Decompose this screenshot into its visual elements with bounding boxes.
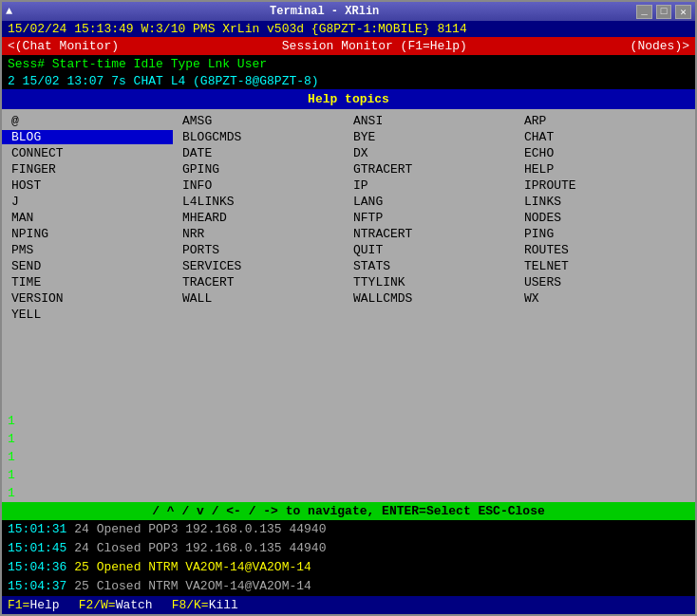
help-item[interactable] xyxy=(173,308,344,322)
help-item[interactable]: BYE xyxy=(344,130,515,144)
help-row: BLOGBLOGCMDSBYECHAT xyxy=(2,129,695,145)
fn-key: F2/W= xyxy=(79,598,116,612)
window-controls[interactable]: _ □ ✕ xyxy=(636,5,691,19)
help-row: YELL xyxy=(2,307,695,323)
nav-hint: / ^ / v / <- / -> to navigate, ENTER=Sel… xyxy=(2,502,695,520)
nav-right[interactable]: (Nodes)> xyxy=(631,39,689,53)
help-item[interactable]: ECHO xyxy=(515,146,686,160)
minimize-button[interactable]: _ xyxy=(636,5,652,19)
help-item[interactable]: USERS xyxy=(515,275,686,289)
help-item[interactable]: CONNECT xyxy=(2,146,173,160)
help-item[interactable]: ARP xyxy=(515,114,686,128)
nav-bar: <(Chat Monitor) Session Monitor (F1=Help… xyxy=(2,37,695,55)
help-item[interactable]: PING xyxy=(515,227,686,241)
help-item[interactable]: J xyxy=(2,195,173,209)
help-item[interactable]: TIME xyxy=(2,275,173,289)
log-line: 15:01:45 24 Closed POP3 192.168.0.135 44… xyxy=(2,539,695,558)
fn-label: Help xyxy=(29,598,59,612)
title-bar: ▲ Terminal - XRlin _ □ ✕ xyxy=(2,2,695,21)
help-item[interactable]: BLOGCMDS xyxy=(173,130,344,144)
help-row: @AMSGANSIARP xyxy=(2,113,695,129)
help-row: TIMETRACERTTTYLINKUSERS xyxy=(2,274,695,290)
help-item[interactable]: WALL xyxy=(173,291,344,306)
help-row: SENDSERVICESSTATSTELNET xyxy=(2,258,695,274)
help-item[interactable]: SERVICES xyxy=(173,259,344,273)
help-item[interactable]: YELL xyxy=(2,308,173,322)
fn-label: Watch xyxy=(116,598,153,612)
close-button[interactable]: ✕ xyxy=(675,5,691,19)
log-line: 15:04:37 25 Closed NTRM VA2OM-14@VA2OM-1… xyxy=(2,577,695,596)
help-item[interactable]: MAN xyxy=(2,211,173,225)
log-area: 15:01:31 24 Opened POP3 192.168.0.135 44… xyxy=(2,520,695,596)
help-item[interactable]: DX xyxy=(344,146,515,160)
help-row: FINGERGPINGGTRACERTHELP xyxy=(2,161,695,177)
nav-left[interactable]: <(Chat Monitor) xyxy=(8,39,119,53)
help-item[interactable]: NTRACERT xyxy=(344,227,515,241)
bottom-bar-item[interactable]: F2/W=Watch xyxy=(79,598,153,612)
help-item[interactable]: HELP xyxy=(515,162,686,177)
maximize-button[interactable]: □ xyxy=(656,5,672,19)
main-content: Help topics @AMSGANSIARPBLOGBLOGCMDSBYEC… xyxy=(2,89,695,520)
help-item[interactable]: SEND xyxy=(2,259,173,273)
help-item[interactable]: L4LINKS xyxy=(173,195,344,209)
log-content: 24 Opened POP3 192.168.0.135 44940 xyxy=(66,522,326,536)
log-time: 15:01:31 xyxy=(8,522,66,536)
help-item[interactable]: FINGER xyxy=(2,162,173,177)
nav-center: Session Monitor (F1=Help) xyxy=(282,39,467,53)
session-header: Sess# Start-time Idle Type Lnk User xyxy=(2,55,695,73)
help-item[interactable] xyxy=(344,308,515,322)
log-time: 15:04:36 xyxy=(8,560,66,574)
bottom-bar-item[interactable]: F1=Help xyxy=(8,598,60,612)
help-item[interactable]: VERSION xyxy=(2,291,173,306)
help-item[interactable]: PMS xyxy=(2,243,173,257)
log-content: 25 Opened NTRM VA2OM-14@VA2OM-14 xyxy=(66,560,311,574)
empty-line: 1 xyxy=(2,484,695,502)
help-item[interactable]: IPROUTE xyxy=(515,178,686,193)
help-item[interactable]: AMSG xyxy=(173,114,344,128)
help-item[interactable]: NFTP xyxy=(344,211,515,225)
help-item[interactable] xyxy=(515,308,686,322)
help-item[interactable]: ANSI xyxy=(344,114,515,128)
help-row: PMSPORTSQUITROUTES xyxy=(2,242,695,258)
help-item[interactable]: DATE xyxy=(173,146,344,160)
fn-key: F8/K= xyxy=(172,598,209,612)
bottom-bar-item[interactable]: F8/K=Kill xyxy=(172,598,238,612)
help-item[interactable]: NODES xyxy=(515,211,686,225)
log-content: 25 Closed NTRM VA2OM-14@VA2OM-14 xyxy=(66,579,311,593)
help-item[interactable]: STATS xyxy=(344,259,515,273)
help-item[interactable]: QUIT xyxy=(344,243,515,257)
help-item[interactable]: TTYLINK xyxy=(344,275,515,289)
help-item[interactable]: NRR xyxy=(173,227,344,241)
help-item[interactable]: BLOG xyxy=(2,130,173,144)
help-grid: @AMSGANSIARPBLOGBLOGCMDSBYECHATCONNECTDA… xyxy=(2,109,695,412)
help-item[interactable]: WALLCMDS xyxy=(344,291,515,306)
help-item[interactable]: GPING xyxy=(173,162,344,177)
help-item[interactable]: ROUTES xyxy=(515,243,686,257)
help-item[interactable]: LINKS xyxy=(515,195,686,209)
log-line: 15:01:31 24 Opened POP3 192.168.0.135 44… xyxy=(2,520,695,539)
empty-line: 1 xyxy=(2,412,695,430)
help-item[interactable]: IP xyxy=(344,178,515,193)
help-row: MANMHEARDNFTPNODES xyxy=(2,210,695,226)
help-item[interactable]: @ xyxy=(2,114,173,128)
help-item[interactable]: TRACERT xyxy=(173,275,344,289)
help-item[interactable]: CHAT xyxy=(515,130,686,144)
help-row: VERSIONWALLWALLCMDSWX xyxy=(2,290,695,307)
session-row: 2 15/02 13:07 7s CHAT L4 (G8PZT-8@G8PZT-… xyxy=(2,73,695,89)
help-item[interactable]: INFO xyxy=(173,178,344,193)
help-item[interactable]: MHEARD xyxy=(173,211,344,225)
help-item[interactable]: TELNET xyxy=(515,259,686,273)
help-item[interactable]: PORTS xyxy=(173,243,344,257)
help-item[interactable]: HOST xyxy=(2,178,173,193)
help-item[interactable]: GTRACERT xyxy=(344,162,515,177)
empty-line: 1 xyxy=(2,466,695,484)
bottom-bar: F1=HelpF2/W=WatchF8/K=Kill xyxy=(2,596,695,614)
help-item[interactable]: WX xyxy=(515,291,686,306)
log-time: 15:04:37 xyxy=(8,579,66,593)
status-bar: 15/02/24 15:13:49 W:3/10 PMS XrLin v503d… xyxy=(2,21,695,37)
log-content: 24 Closed POP3 192.168.0.135 44940 xyxy=(66,541,326,555)
help-item[interactable]: LANG xyxy=(344,195,515,209)
empty-line: 1 xyxy=(2,448,695,466)
help-item[interactable]: NPING xyxy=(2,227,173,241)
log-time: 15:01:45 xyxy=(8,541,66,555)
